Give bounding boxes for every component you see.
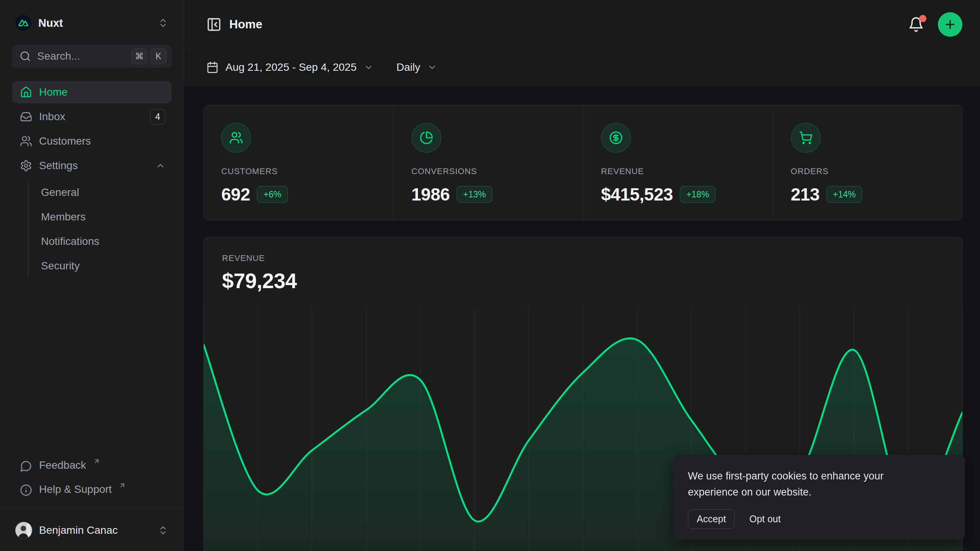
collapse-sidebar-button[interactable]	[206, 17, 222, 32]
users-icon	[221, 123, 251, 153]
stat-customers[interactable]: CUSTOMERS 692 +6%	[204, 105, 394, 220]
cookie-message: We use first-party cookies to enhance yo…	[688, 468, 921, 500]
search-icon	[20, 51, 31, 62]
sidebar-footer: Feedback Help & Support Benjamin Canac	[12, 455, 172, 551]
cookie-accept-button[interactable]: Accept	[688, 509, 735, 529]
sidebar-subitem-notifications[interactable]: Notifications	[41, 230, 172, 253]
workspace-name: Nuxt	[38, 17, 63, 29]
house-icon	[20, 86, 32, 98]
sidebar-nav: Home Inbox 4 Customers Settings	[12, 81, 172, 277]
sidebar-item-label: Home	[39, 86, 68, 98]
message-bubble-icon	[20, 460, 32, 472]
users-icon	[20, 135, 32, 147]
stat-delta-badge: +18%	[680, 186, 715, 203]
inbox-icon	[20, 111, 32, 123]
sidebar-item-customers[interactable]: Customers	[12, 130, 172, 152]
sidebar-item-settings[interactable]: Settings	[12, 155, 172, 177]
page-header: Home	[184, 0, 980, 49]
sidebar-item-label: Settings	[39, 160, 78, 172]
workspace-selector[interactable]: Nuxt	[12, 12, 172, 34]
info-circle-icon	[20, 484, 32, 496]
stat-orders[interactable]: ORDERS 213 +14%	[773, 105, 963, 220]
calendar-icon	[206, 61, 219, 73]
stat-value: $415,523	[601, 184, 673, 205]
sidebar-divider	[0, 509, 184, 509]
footer-link-label: Feedback	[39, 459, 86, 471]
notification-dot	[919, 15, 926, 22]
date-range-label: Aug 21, 2025 - Sep 4, 2025	[225, 61, 357, 73]
stat-delta-badge: +13%	[457, 186, 492, 203]
add-button[interactable]	[938, 12, 962, 37]
feedback-link[interactable]: Feedback	[12, 455, 172, 477]
stat-label: CONVERSIONS	[412, 166, 568, 176]
revenue-chart-label: REVENUE	[222, 253, 944, 263]
dollar-circle-icon	[601, 123, 631, 153]
kbd-k: K	[150, 48, 167, 64]
nuxt-logo-icon	[15, 15, 31, 31]
stat-conversions[interactable]: CONVERSIONS 1986 +13%	[394, 105, 583, 220]
user-name: Benjamin Canac	[39, 524, 118, 536]
external-link-icon	[119, 482, 126, 489]
chevron-down-icon	[364, 62, 374, 72]
chevron-up-icon	[155, 161, 165, 171]
header-actions	[906, 12, 962, 37]
stat-delta-badge: +6%	[257, 186, 288, 203]
page-title: Home	[229, 18, 262, 31]
stat-label: ORDERS	[791, 166, 947, 176]
pie-chart-icon	[412, 123, 441, 153]
cookie-optout-button[interactable]: Opt out	[749, 514, 781, 525]
cookie-actions: Accept Opt out	[688, 509, 950, 529]
stat-delta-badge: +14%	[826, 186, 862, 203]
search-placeholder: Search...	[37, 50, 125, 62]
sidebar-item-label: Customers	[39, 135, 91, 147]
sidebar-item-label: Inbox	[39, 111, 65, 123]
sidebar: Nuxt Search... ⌘ K Home	[0, 0, 184, 551]
date-range-picker[interactable]: Aug 21, 2025 - Sep 4, 2025	[206, 61, 374, 73]
cart-icon	[791, 123, 821, 153]
stat-label: CUSTOMERS	[221, 166, 378, 176]
notifications-bell-button[interactable]	[906, 15, 926, 34]
filters-toolbar: Aug 21, 2025 - Sep 4, 2025 Daily	[184, 49, 980, 86]
kbd-cmd: ⌘	[131, 48, 147, 64]
chevron-down-icon	[427, 62, 437, 72]
sidebar-item-home[interactable]: Home	[12, 81, 172, 103]
revenue-chart-total: $79,234	[222, 269, 944, 293]
sidebar-subitem-general[interactable]: General	[41, 181, 172, 204]
sidebar-item-inbox[interactable]: Inbox 4	[12, 106, 172, 128]
search-input[interactable]: Search... ⌘ K	[12, 45, 172, 67]
footer-link-label: Help & Support	[39, 483, 112, 496]
cookie-banner: We use first-party cookies to enhance yo…	[673, 455, 965, 540]
stat-value: 213	[791, 184, 820, 205]
external-link-icon	[93, 458, 100, 465]
granularity-select[interactable]: Daily	[397, 61, 437, 73]
chevrons-up-down-icon	[158, 525, 168, 536]
stat-label: REVENUE	[601, 166, 758, 176]
stat-value: 692	[221, 184, 250, 205]
sidebar-subitem-security[interactable]: Security	[41, 255, 172, 277]
search-kbd-shortcut: ⌘ K	[131, 48, 167, 64]
inbox-count-badge: 4	[150, 109, 165, 124]
stat-value: 1986	[412, 184, 450, 205]
settings-submenu: General Members Notifications Security	[28, 181, 172, 277]
gear-icon	[20, 160, 32, 172]
chevrons-up-down-icon	[158, 18, 168, 28]
help-support-link[interactable]: Help & Support	[12, 479, 172, 501]
stats-card: CUSTOMERS 692 +6% CONVERSIONS 1986 +13%	[203, 105, 963, 221]
avatar	[15, 522, 32, 539]
stat-revenue[interactable]: REVENUE $415,523 +18%	[583, 105, 773, 220]
user-menu[interactable]: Benjamin Canac	[12, 517, 172, 544]
sidebar-subitem-members[interactable]: Members	[41, 206, 172, 228]
granularity-label: Daily	[397, 61, 420, 73]
